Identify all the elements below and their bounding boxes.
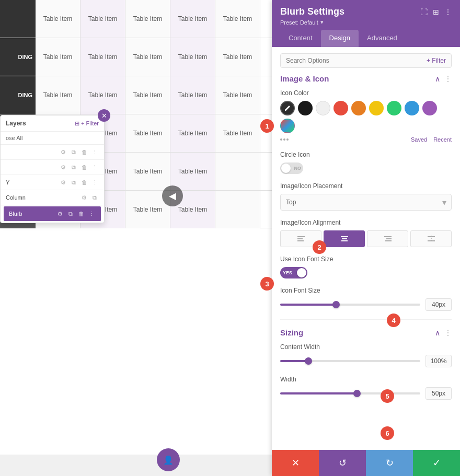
- close-all-button[interactable]: ose All: [1, 132, 104, 145]
- row-label: DING: [0, 76, 36, 114]
- split-icon[interactable]: ⊞: [433, 8, 439, 16]
- svg-rect-3: [341, 236, 348, 237]
- list-item[interactable]: ⚙ ⧉ 🗑 ⋮: [1, 160, 104, 175]
- svg-rect-7: [386, 238, 392, 239]
- tabs-bar: Content Design Advanced: [272, 30, 460, 47]
- layer-settings-icon[interactable]: ⚙: [59, 148, 67, 156]
- align-justify-icon: [427, 235, 435, 243]
- tab-design[interactable]: Design: [321, 30, 359, 47]
- color-swatch-yellow[interactable]: [369, 101, 384, 115]
- settings-panel: Blurb Settings ⛶ ⊞ ⋮ Preset: Default ▾ C…: [272, 0, 460, 476]
- tab-content[interactable]: Content: [280, 30, 321, 47]
- color-swatch-blue[interactable]: [405, 101, 419, 115]
- layers-filter-button[interactable]: ⊞ + Filter: [75, 120, 99, 127]
- layer-name: Column: [6, 194, 80, 201]
- save-button[interactable]: ✓: [413, 450, 460, 476]
- width-label: Width: [280, 376, 452, 383]
- content-width-input[interactable]: [426, 355, 452, 367]
- row-label: DING: [0, 38, 36, 76]
- layer-more-icon[interactable]: ⋮: [90, 148, 99, 156]
- layer-duplicate-icon[interactable]: ⧉: [70, 178, 78, 187]
- layer-settings-icon[interactable]: ⚙: [59, 163, 67, 171]
- width-slider[interactable]: [280, 392, 420, 394]
- color-swatch-custom[interactable]: [280, 101, 295, 115]
- color-swatch-green[interactable]: [387, 101, 401, 115]
- layer-duplicate-icon[interactable]: ⧉: [70, 148, 78, 156]
- align-justify-button[interactable]: [410, 230, 452, 247]
- list-item[interactable]: ⚙ ⧉ 🗑 ⋮: [1, 145, 104, 160]
- content-width-label: Content Width: [280, 343, 452, 351]
- layers-header: Layers ⊞ + Filter: [1, 115, 104, 132]
- layer-name: Blurb: [9, 211, 56, 217]
- table-cell: [215, 191, 260, 228]
- layer-duplicate-icon[interactable]: ⧉: [66, 210, 75, 218]
- color-swatch-white[interactable]: [316, 101, 330, 115]
- color-swatch-gradient[interactable]: [280, 119, 295, 133]
- table-cell: Table Item: [170, 114, 215, 152]
- search-input[interactable]: [286, 57, 427, 64]
- layer-more-icon[interactable]: ⋮: [90, 163, 99, 171]
- recent-link[interactable]: Recent: [433, 136, 452, 143]
- layer-settings-icon[interactable]: ⚙: [59, 178, 67, 187]
- table-row: DING Table Item Table Item Table Item Ta…: [0, 76, 272, 114]
- table-row: DING Table Item Table Item Table Item Ta…: [0, 38, 272, 76]
- list-item[interactable]: Y ⚙ ⧉ 🗑 ⋮: [1, 175, 104, 190]
- use-icon-font-size-toggle[interactable]: YES: [280, 267, 307, 278]
- layer-duplicate-icon[interactable]: ⧉: [70, 163, 78, 171]
- list-item[interactable]: Column ⚙ ⧉: [1, 190, 104, 205]
- svg-rect-5: [341, 240, 348, 241]
- more-options-icon[interactable]: ⋮: [444, 8, 452, 16]
- layer-delete-icon[interactable]: 🗑: [77, 210, 85, 218]
- layer-icons: ⚙ ⧉ 🗑 ⋮: [59, 148, 99, 156]
- color-swatch-purple[interactable]: [422, 101, 437, 115]
- color-swatch-black[interactable]: [298, 101, 313, 115]
- layer-more-icon[interactable]: ⋮: [90, 178, 99, 187]
- layer-delete-icon[interactable]: 🗑: [80, 178, 88, 187]
- section-menu-icon[interactable]: ⋮: [444, 75, 452, 83]
- width-input[interactable]: [426, 387, 452, 400]
- icon-font-size-input[interactable]: [426, 298, 452, 311]
- list-item-active[interactable]: Blurb ⚙ ⧉ 🗑 ⋮: [4, 206, 101, 222]
- section-collapse-icon[interactable]: ∧: [435, 329, 440, 337]
- icon-font-size-slider[interactable]: [280, 304, 420, 306]
- panel-header-top: Blurb Settings ⛶ ⊞ ⋮: [280, 6, 452, 17]
- layer-duplicate-icon[interactable]: ⧉: [90, 193, 99, 202]
- svg-rect-0: [297, 236, 305, 237]
- section-collapse-icon[interactable]: ∧: [435, 75, 440, 83]
- layer-delete-icon[interactable]: 🗑: [80, 148, 88, 156]
- search-filter-button[interactable]: + Filter: [427, 57, 446, 64]
- layer-settings-icon[interactable]: ⚙: [80, 193, 88, 202]
- cancel-button[interactable]: ✕: [272, 450, 319, 476]
- redo-button[interactable]: ↻: [366, 450, 413, 476]
- tab-advanced[interactable]: Advanced: [359, 30, 406, 47]
- close-layers-button[interactable]: ✕: [98, 109, 110, 122]
- reset-button[interactable]: ↺: [319, 450, 366, 476]
- section-menu-icon[interactable]: ⋮: [444, 329, 452, 337]
- circle-icon-label: Circle Icon: [280, 151, 452, 158]
- sizing-section-header: Sizing ∧ ⋮: [280, 328, 452, 337]
- color-swatch-orange[interactable]: [351, 101, 366, 115]
- layer-settings-icon[interactable]: ⚙: [56, 210, 64, 218]
- align-left-button[interactable]: [280, 230, 321, 247]
- saved-link[interactable]: Saved: [411, 136, 427, 143]
- align-center-button[interactable]: [324, 230, 365, 247]
- layer-more-icon[interactable]: ⋮: [87, 210, 96, 218]
- table-cell: Table Item: [125, 76, 170, 114]
- table-cell: Table Item: [170, 153, 215, 190]
- content-width-slider[interactable]: [280, 360, 420, 362]
- placement-select[interactable]: Top Left Right Bottom: [280, 194, 452, 211]
- fullscreen-icon[interactable]: ⛶: [420, 8, 428, 16]
- align-right-button[interactable]: [367, 230, 408, 247]
- layer-delete-icon[interactable]: 🗑: [80, 163, 88, 171]
- placement-label: Image/Icon Placement: [280, 182, 452, 190]
- more-colors-button[interactable]: [280, 138, 289, 141]
- sizing-title: Sizing: [280, 328, 303, 337]
- color-swatch-red[interactable]: [334, 101, 348, 115]
- action-bar: ✕ ↺ ↻ ✓: [272, 450, 460, 476]
- circle-icon-toggle[interactable]: NO: [280, 162, 303, 174]
- nav-arrow-button[interactable]: ◀: [162, 185, 183, 206]
- section-divider: [280, 319, 452, 320]
- use-icon-font-size-field: Use Icon Font Size YES: [280, 256, 452, 278]
- layer-icons: ⚙ ⧉ 🗑 ⋮: [59, 178, 99, 187]
- preset-dropdown-icon[interactable]: ▾: [320, 19, 324, 26]
